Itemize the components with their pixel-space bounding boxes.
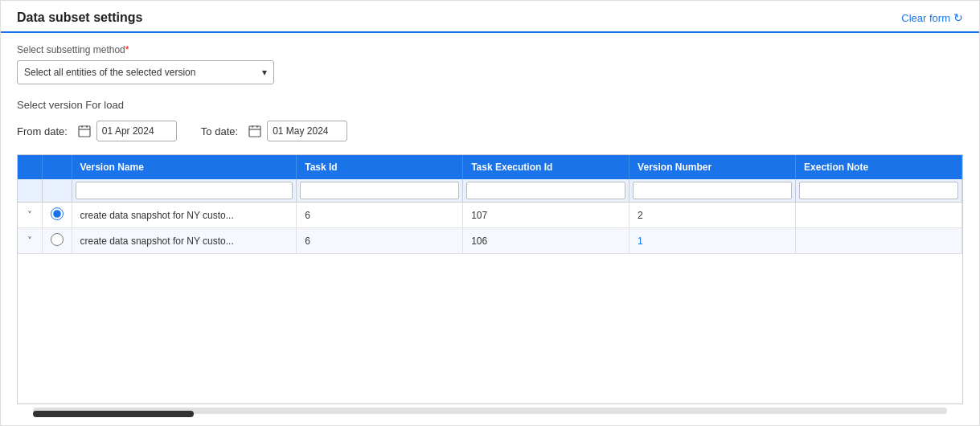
table-filter-row [18, 179, 962, 203]
calendar-from-icon[interactable] [76, 122, 93, 140]
filter-version-number-input[interactable] [633, 182, 792, 199]
from-date-label: From date: [17, 125, 68, 137]
chevron-down-icon: ▾ [262, 67, 267, 78]
cell-task-execution-id: 106 [463, 228, 629, 254]
header: Data subset settings Clear form ↻ [1, 1, 979, 33]
svg-rect-4 [249, 126, 260, 137]
subsetting-selected-option: Select all entities of the selected vers… [24, 67, 195, 78]
from-date-input[interactable] [96, 121, 177, 141]
filter-task-id [297, 179, 463, 203]
table-row: ˅create data snapshot for NY custo...610… [18, 203, 962, 228]
page-container: Data subset settings Clear form ↻ Select… [0, 0, 980, 426]
filter-exection-note-input[interactable] [799, 182, 958, 199]
row-select-radio[interactable] [51, 233, 64, 246]
filter-task-execution-id [463, 179, 629, 203]
cell-task-id: 6 [297, 203, 463, 228]
col-header-version-name: Version Name [72, 155, 297, 179]
table-row: ˅create data snapshot for NY custo...610… [18, 228, 962, 254]
col-header-version-number: Version Number [629, 155, 796, 179]
filter-select [42, 179, 72, 203]
from-date-group [76, 121, 177, 141]
subsetting-method-label: Select subsetting method* [17, 44, 963, 55]
refresh-icon: ↻ [953, 11, 963, 24]
col-header-exection-note: Exection Note [796, 155, 962, 179]
cell-version-name: create data snapshot for NY custo... [72, 203, 297, 228]
filter-exection-note [796, 179, 962, 203]
page-title: Data subset settings [17, 10, 142, 25]
filter-version-name-input[interactable] [76, 182, 293, 199]
col-header-select [42, 155, 72, 179]
to-date-label: To date: [201, 125, 238, 137]
data-table-wrapper: Version Name Task Id Task Execution Id V… [17, 154, 963, 404]
svg-rect-0 [79, 126, 90, 137]
cell-task-id: 6 [297, 228, 463, 254]
table-body: ˅create data snapshot for NY custo...610… [18, 203, 962, 254]
row-select-radio[interactable] [51, 207, 64, 220]
filter-task-id-input[interactable] [300, 182, 459, 199]
expand-row-button[interactable]: ˅ [27, 236, 32, 247]
col-header-expand [18, 155, 42, 179]
clear-form-label: Clear form [901, 12, 950, 24]
filter-task-execution-id-input[interactable] [466, 182, 625, 199]
content-area: Select subsetting method* Select all ent… [1, 33, 979, 425]
horizontal-scrollbar-track[interactable] [33, 408, 947, 414]
cell-exection-note [796, 228, 962, 254]
filter-version-name [72, 179, 297, 203]
to-date-group [246, 121, 347, 141]
cell-exection-note [796, 203, 962, 228]
cell-task-execution-id: 107 [463, 203, 629, 228]
version-section: Select version For load From date: To da [17, 99, 963, 154]
cell-version-number: 1 [629, 228, 796, 254]
expand-row-button[interactable]: ˅ [27, 210, 32, 221]
filter-expand [18, 179, 42, 203]
filter-version-number [629, 179, 796, 203]
col-header-task-execution-id: Task Execution Id [463, 155, 629, 179]
calendar-to-icon[interactable] [246, 122, 264, 140]
cell-version-name: create data snapshot for NY custo... [72, 228, 297, 254]
date-row: From date: To date: [17, 121, 963, 141]
subsetting-method-select[interactable]: Select all entities of the selected vers… [17, 60, 274, 84]
version-label: Select version For load [17, 99, 963, 111]
clear-form-button[interactable]: Clear form ↻ [901, 11, 963, 24]
table-header-row: Version Name Task Id Task Execution Id V… [18, 155, 962, 179]
horizontal-scrollbar-thumb[interactable] [33, 411, 194, 417]
cell-version-number: 2 [629, 203, 796, 228]
to-date-input[interactable] [267, 121, 347, 141]
data-table: Version Name Task Id Task Execution Id V… [18, 155, 962, 254]
col-header-task-id: Task Id [297, 155, 463, 179]
required-indicator: * [125, 44, 129, 55]
